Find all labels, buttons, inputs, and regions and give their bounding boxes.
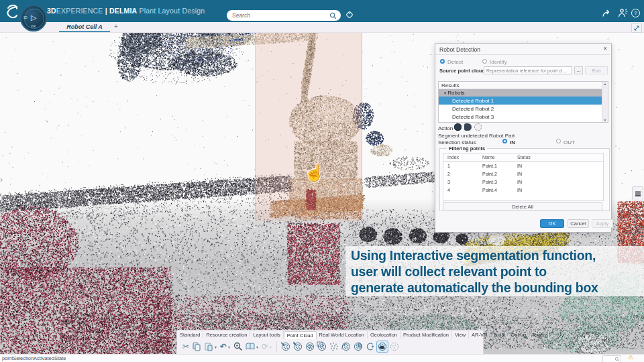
undo-dropdown-icon[interactable]: ▾ <box>228 345 232 349</box>
cell[interactable]: Point.1 <box>482 164 497 168</box>
paste-icon[interactable] <box>203 341 214 352</box>
selection-in-label[interactable]: IN <box>510 139 515 145</box>
decimate-point-cloud-icon[interactable] <box>305 341 315 352</box>
cut-icon[interactable]: ✂ <box>181 342 191 351</box>
box-segmentation-icon[interactable] <box>317 341 327 352</box>
cell[interactable]: 1 <box>447 164 450 168</box>
add-tab-icon[interactable]: + <box>114 23 118 30</box>
search-bar[interactable] <box>227 10 341 21</box>
dassault-systemes-logo-icon <box>3 4 20 19</box>
tab-robot-cell-a[interactable]: Robot Cell A <box>59 22 110 32</box>
source-point-cloud-field[interactable]: Representation reference for point cloud… <box>484 66 572 74</box>
selection-out-label[interactable]: OUT <box>564 139 575 145</box>
status-search-icon <box>614 357 620 362</box>
results-scrollbar[interactable]: ▲ ▼ <box>602 82 608 122</box>
ribbon-tab-debug[interactable]: Debug <box>508 331 529 339</box>
ribbon-tab-product-modification[interactable]: Product Modification <box>400 331 452 339</box>
ribbon-tab-tools[interactable]: Tools <box>490 331 508 339</box>
action-keep-icon[interactable] <box>454 123 462 131</box>
result-item[interactable]: Detected Robot 1 <box>439 97 603 105</box>
interactive-segmentation-icon[interactable] <box>377 341 388 352</box>
ribbon-tab-view[interactable]: View <box>452 331 469 339</box>
ribbon-tab-real-world-location[interactable]: Real World Location <box>317 331 368 339</box>
refresh-icon[interactable]: ⟳ <box>260 342 270 351</box>
point-label: Point.3 <box>231 38 243 42</box>
cell[interactable]: Point.4 <box>482 188 497 192</box>
selection-in-radio[interactable] <box>502 139 507 143</box>
cell[interactable]: IN <box>517 180 522 184</box>
share-icon[interactable] <box>602 9 612 17</box>
selection-out-radio[interactable] <box>556 139 561 143</box>
expand-window-icon[interactable] <box>631 23 642 33</box>
results-panel: Results ▾ Robots Detected Robot 1 Detect… <box>438 81 608 123</box>
cell[interactable]: IN <box>517 188 522 192</box>
ribbon-tab-resource-creation[interactable]: Resource creation <box>203 331 250 339</box>
ribbon-tab-touch[interactable]: Touch <box>529 331 549 339</box>
robot-detection-dialog: Robot Detection × Detect Identify Source… <box>435 43 612 233</box>
refresh-dropdown-icon[interactable]: ▾ <box>270 345 274 349</box>
results-group-robots[interactable]: ▾ Robots <box>439 89 603 97</box>
warning-icon[interactable]: ⚠ <box>628 354 633 361</box>
user-icon[interactable] <box>617 8 628 18</box>
cell[interactable]: 2 <box>447 172 450 176</box>
identify-radio[interactable] <box>482 59 487 64</box>
search-icon[interactable] <box>329 12 337 19</box>
result-item[interactable]: Detected Robot 3 <box>439 113 603 121</box>
panel-icon <box>635 191 641 196</box>
cell[interactable]: Point.2 <box>482 172 497 176</box>
ribbon-tab-ar-vr[interactable]: AR-VR <box>469 331 490 339</box>
cell[interactable]: IN <box>517 172 522 176</box>
catalog-icon[interactable] <box>245 341 256 352</box>
copy-icon[interactable] <box>191 341 202 352</box>
cell[interactable]: 4 <box>447 188 450 192</box>
3d-compass[interactable]: 3D V.R ▷ <box>20 5 47 32</box>
left-panel-expander-icon[interactable]: › <box>0 174 3 184</box>
action-segment-icon[interactable] <box>464 123 472 131</box>
ribbon-tab-geolocation[interactable]: Geolocation <box>368 331 400 339</box>
zoom-icon[interactable] <box>233 341 244 352</box>
free-segmentation-icon[interactable] <box>365 341 376 352</box>
tag-icon[interactable] <box>344 9 355 20</box>
right-panel-handle[interactable] <box>632 186 643 200</box>
col-name: Name <box>482 155 495 160</box>
run-button[interactable]: Run <box>585 66 608 74</box>
help-icon[interactable]: ? <box>631 9 640 17</box>
sphere-partition-icon[interactable] <box>353 341 364 352</box>
status-search-field[interactable] <box>602 355 621 362</box>
status-bar: pointSelectionActivatedState ⚠ <box>0 354 644 362</box>
delete-all-button[interactable]: Delete All <box>443 202 602 211</box>
action-bar: Standard Resource creation Layout tools … <box>176 330 484 354</box>
top-app-bar: 3DEXPERIENCE | DELMIA Plant Layout Desig… <box>0 0 644 22</box>
spray-points-icon[interactable] <box>329 341 339 352</box>
caption-line: user will collect relevant point to <box>351 263 644 280</box>
action-clear-icon[interactable] <box>474 123 482 131</box>
export-point-cloud-icon[interactable] <box>292 341 303 352</box>
detect-label[interactable]: Detect <box>447 59 463 65</box>
ok-button[interactable]: OK <box>540 219 564 228</box>
lasso-segmentation-icon[interactable] <box>341 341 352 352</box>
cell[interactable]: IN <box>517 164 522 168</box>
point-cloud-icon[interactable] <box>389 341 400 352</box>
filtering-points-group: Filtering points Index Name Status 1 Poi… <box>439 145 610 211</box>
cancel-button[interactable]: Cancel <box>568 219 589 228</box>
ribbon-tab-layout-tools[interactable]: Layout tools <box>250 331 283 339</box>
browse-button[interactable]: ... <box>574 66 583 74</box>
cell[interactable]: Point.3 <box>482 180 497 184</box>
apply-button[interactable]: Apply <box>592 219 613 228</box>
identify-label[interactable]: Identify <box>490 59 507 65</box>
ribbon-tab-standard[interactable]: Standard <box>177 331 203 339</box>
cell[interactable]: 3 <box>447 180 450 184</box>
close-icon[interactable]: × <box>603 45 607 52</box>
scroll-down-icon[interactable]: ▼ <box>602 118 608 122</box>
import-point-cloud-icon[interactable] <box>280 341 291 352</box>
undo-icon[interactable]: ↶ <box>219 342 228 351</box>
segmentation-bounding-box <box>255 32 362 221</box>
selection-status-label: Selection status <box>438 139 476 145</box>
search-input[interactable] <box>231 11 329 19</box>
detect-radio[interactable] <box>440 59 445 64</box>
scroll-up-icon[interactable]: ▲ <box>602 82 608 86</box>
dialog-title: Robot Detection <box>439 46 480 53</box>
compass-play-icon[interactable]: ▷ <box>31 13 36 22</box>
result-item[interactable]: Detected Robot 2 <box>439 105 603 113</box>
ribbon-tab-point-cloud[interactable]: Point Cloud <box>284 331 317 339</box>
